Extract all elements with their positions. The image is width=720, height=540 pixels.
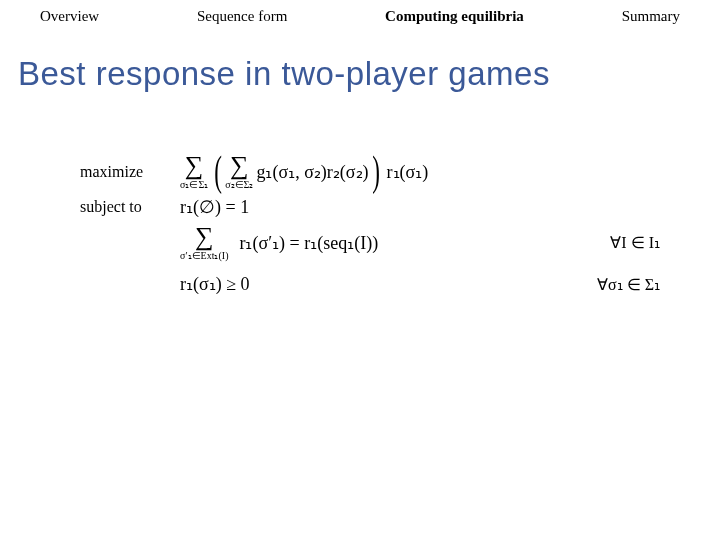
constraint-root-expr: r₁(∅) = 1 xyxy=(180,196,249,218)
objective-inner: g₁(σ₁, σ₂)r₂(σ₂) xyxy=(256,161,368,183)
slide-body: maximize ∑ σ₁∈Σ₁ ( ∑ σ₂∈Σ₂ g₁(σ₁, σ₂)r₂(… xyxy=(0,93,720,295)
constraint-flow-cond: ∀I ∈ I₁ xyxy=(610,233,660,252)
tab-computing-equilibria[interactable]: Computing equilibria xyxy=(385,8,524,25)
tab-overview[interactable]: Overview xyxy=(40,8,99,25)
objective-expression: ∑ σ₁∈Σ₁ ( ∑ σ₂∈Σ₂ g₁(σ₁, σ₂)r₂(σ₂) ) r₁(… xyxy=(180,153,428,190)
constraint-flow: ∑ σ′₁∈Ext₁(I) r₁(σ′₁) = r₁(seq₁(I)) ∀I ∈… xyxy=(80,224,660,261)
constraint-nonneg-cond: ∀σ₁ ∈ Σ₁ xyxy=(597,275,660,294)
nav-tabs: Overview Sequence form Computing equilib… xyxy=(0,0,720,25)
constraint-nonneg-expr: r₁(σ₁) ≥ 0 xyxy=(180,273,250,295)
constraint-root: subject to r₁(∅) = 1 xyxy=(80,196,660,218)
sum-ext: ∑ σ′₁∈Ext₁(I) xyxy=(180,224,228,261)
maximize-label: maximize xyxy=(80,163,180,181)
sum-inner: ∑ σ₂∈Σ₂ xyxy=(225,153,253,190)
slide-title: Best response in two-player games xyxy=(0,25,720,93)
tab-summary[interactable]: Summary xyxy=(622,8,680,25)
subject-to-label: subject to xyxy=(80,198,180,216)
constraint-flow-expr: r₁(σ′₁) = r₁(seq₁(I)) xyxy=(239,232,378,254)
objective-tail: r₁(σ₁) xyxy=(387,161,429,183)
sum-outer: ∑ σ₁∈Σ₁ xyxy=(180,153,208,190)
maximize-row: maximize ∑ σ₁∈Σ₁ ( ∑ σ₂∈Σ₂ g₁(σ₁, σ₂)r₂(… xyxy=(80,153,660,190)
constraint-nonneg: r₁(σ₁) ≥ 0 ∀σ₁ ∈ Σ₁ xyxy=(80,273,660,295)
tab-sequence-form[interactable]: Sequence form xyxy=(197,8,287,25)
